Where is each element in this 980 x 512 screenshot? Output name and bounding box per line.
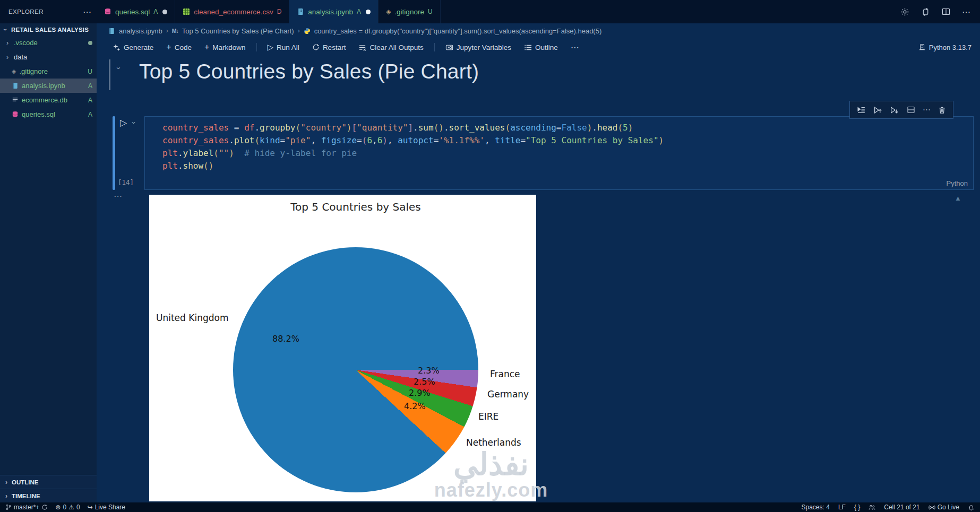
item-label: analysis.ipynb (22, 82, 85, 90)
split-cell-icon[interactable] (907, 106, 915, 114)
chevron-right-icon: › (3, 492, 10, 500)
code-cell[interactable]: country_sales = df.groupby("country")["q… (144, 116, 974, 190)
sidebar-item-analysis-ipynb[interactable]: analysis.ipynb A (0, 79, 97, 93)
add-code-cell-button[interactable]: + Code (162, 41, 196, 54)
git-badge: U (88, 68, 92, 75)
kernel-icon (918, 44, 926, 51)
status-bar-right: Spaces: 4 LF { } Cell 21 of 21 Go Live (802, 504, 975, 511)
scroll-top-icon[interactable]: ▲ (955, 194, 961, 202)
language-braces-status[interactable]: { } (854, 504, 860, 511)
toolbar-separator (434, 43, 435, 51)
tab-label: queries.sql (115, 8, 150, 16)
chevron-right-icon: › (3, 479, 10, 486)
cell-toolbar: ⋯ (849, 101, 953, 119)
indentation-status[interactable]: Spaces: 4 (802, 504, 830, 511)
outline-button[interactable]: Outline (520, 42, 562, 53)
outline-icon (524, 44, 532, 51)
run-all-icon: ▷ (268, 42, 274, 52)
toolbar-more-icon[interactable]: ⋯ (566, 41, 583, 54)
tab-gitignore[interactable]: ◈ .gitignore U (379, 0, 440, 23)
explorer-more-icon[interactable]: ⋯ (83, 7, 91, 17)
outline-label: Outline (535, 44, 558, 51)
outline-section[interactable]: › OUTLINE (0, 475, 97, 489)
git-branch-status[interactable]: master*+ (5, 504, 48, 511)
tab-git-badge: A (357, 8, 361, 15)
problems-status[interactable]: ⊗ 0 ⚠ 0 (55, 504, 80, 511)
notebook-icon (12, 82, 19, 89)
sidebar-item-data[interactable]: › data (0, 50, 97, 64)
tab-cleaned-ecommerce-csv[interactable]: cleaned_ecommerce.csv D (175, 0, 289, 23)
database-icon (12, 111, 19, 118)
sidebar-item-ecommerce-db[interactable]: ecommerce.db A (0, 93, 97, 107)
run-all-button[interactable]: ▷ Run All (263, 41, 304, 54)
workspace-section-header[interactable]: › RETAIL SALES ANALYSIS (0, 23, 97, 36)
collapse-chevron-icon[interactable]: › (115, 67, 124, 70)
tab-queries-sql[interactable]: queries.sql A (97, 0, 175, 23)
split-editor-icon[interactable] (942, 7, 950, 16)
notifications-bell-icon[interactable] (968, 504, 975, 511)
item-label: data (14, 53, 92, 61)
code-label: Code (175, 44, 192, 51)
branch-icon (5, 504, 12, 510)
pie-label-germany: Germany (487, 389, 529, 400)
sidebar-item-queries-sql[interactable]: queries.sql A (0, 107, 97, 122)
clear-all-outputs-button[interactable]: Clear All Outputs (354, 42, 427, 53)
delete-cell-icon[interactable] (938, 106, 946, 114)
generate-label: Generate (124, 44, 153, 51)
kernel-picker[interactable]: Python 3.13.7 (918, 38, 972, 56)
cell-language-label[interactable]: Python (947, 179, 968, 187)
plus-icon: + (166, 42, 171, 52)
run-options-chevron-icon[interactable]: › (130, 122, 138, 124)
item-label: .vscode (14, 39, 85, 47)
notebook-toolbar: Generate + Code + Markdown ▷ Run All Res… (97, 38, 980, 56)
accounts-icon[interactable] (869, 504, 875, 511)
git-badge: A (88, 97, 92, 104)
add-markdown-cell-button[interactable]: + Markdown (200, 41, 250, 54)
live-share-button[interactable]: ↪ Live Share (88, 504, 125, 511)
database-icon (104, 8, 111, 15)
output-more-icon[interactable]: ⋯ (114, 191, 123, 201)
timeline-section[interactable]: › TIMELINE (0, 489, 97, 502)
jupyter-variables-button[interactable]: Jupyter Variables (441, 42, 515, 53)
pie-pct-france: 2.3% (418, 366, 440, 376)
cell-position-status[interactable]: Cell 21 of 21 (884, 504, 919, 511)
pie-chart-output: Top 5 Countries by Sales United Kingdom … (149, 195, 536, 501)
pie-label-netherlands: Netherlands (466, 437, 521, 448)
restart-label: Restart (323, 44, 346, 51)
cell-focus-bar (113, 116, 115, 190)
chevron-right-icon: › (298, 27, 300, 34)
run-by-line-icon[interactable] (857, 106, 866, 115)
breadcrumb-section[interactable]: Top 5 Countries by Sales (Pie Chart) (182, 27, 294, 35)
status-bar: master*+ ⊗ 0 ⚠ 0 ↪ Live Share Spaces: 4 … (0, 502, 980, 512)
tab-analysis-ipynb[interactable]: analysis.ipynb A (289, 0, 379, 23)
branch-label: master*+ (14, 504, 39, 511)
explorer-sidebar: › RETAIL SALES ANALYSIS › .vscode › data… (0, 23, 97, 502)
item-label: .gitignore (19, 67, 84, 75)
git-badge: A (88, 82, 92, 90)
tab-label: analysis.ipynb (308, 8, 353, 16)
sidebar-item-gitignore[interactable]: ◈ .gitignore U (0, 64, 97, 79)
db-file-icon (12, 97, 19, 103)
notebook-icon (108, 28, 115, 34)
toolbar-separator (256, 43, 257, 51)
tab-git-badge: D (277, 8, 282, 15)
source-control-sync-icon[interactable] (921, 7, 930, 16)
modified-dot-icon (88, 41, 92, 45)
run-cell-and-below-icon[interactable] (890, 106, 899, 115)
breadcrumb-file[interactable]: analysis.ipynb (119, 27, 162, 35)
go-live-button[interactable]: Go Live (929, 504, 959, 511)
eol-status[interactable]: LF (838, 504, 846, 511)
more-actions-icon[interactable]: ⋯ (962, 7, 970, 17)
code-editor[interactable]: country_sales = df.groupby("country")["q… (162, 122, 664, 172)
restart-button[interactable]: Restart (308, 42, 350, 53)
run-cells-above-icon[interactable] (873, 106, 882, 115)
share-icon: ↪ (88, 504, 93, 511)
generate-button[interactable]: Generate (108, 42, 158, 53)
breadcrumb-code[interactable]: country_sales = df.groupby("country")["q… (314, 27, 602, 35)
sidebar-item-vscode[interactable]: › .vscode (0, 36, 97, 50)
run-cell-button[interactable]: ▷ (120, 117, 127, 128)
explorer-panel-header: EXPLORER ⋯ (0, 0, 97, 23)
settings-gear-icon[interactable] (900, 7, 909, 16)
pie-pct-netherlands: 4.2% (404, 401, 426, 411)
more-actions-icon[interactable]: ⋯ (923, 105, 931, 115)
